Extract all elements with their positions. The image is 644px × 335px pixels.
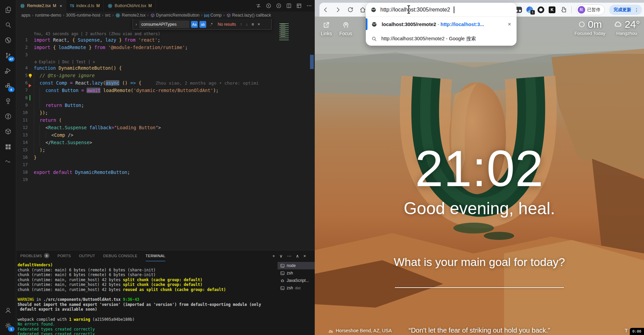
suggestion-list: localhost:3005/remote2 - http://localhos…	[366, 17, 517, 46]
codelens-text[interactable]: Explain | Doc | Test | ×	[34, 60, 95, 64]
find-in-selection-icon[interactable]: ≡	[251, 22, 255, 27]
previous-match-icon[interactable]: ↑	[239, 22, 243, 27]
focus-button[interactable]: Focus	[339, 21, 352, 36]
activity-item-explorer[interactable]	[0, 2, 16, 17]
tab-ButtonOldAnt.tsx[interactable]: ButtonOldAnt.tsxM	[104, 0, 156, 12]
chevron-down-icon[interactable]: ∨	[279, 253, 283, 259]
ring-extension-icon[interactable]	[538, 6, 544, 13]
extensions-puzzle-icon[interactable]	[560, 6, 567, 13]
close-find-icon[interactable]: ×	[257, 22, 261, 27]
remove-suggestion-icon[interactable]: ×	[508, 21, 511, 28]
cloud-icon	[614, 20, 622, 29]
back-icon[interactable]	[322, 6, 329, 13]
chevron-up-icon[interactable]: ∧	[296, 253, 299, 259]
more-icon[interactable]: ⋯	[287, 253, 291, 259]
weather-widget[interactable]: 24° Hangzhou	[614, 19, 640, 36]
suggestion-row-1[interactable]: localhost:3005/remote2 - http://localhos…	[366, 17, 517, 31]
activity-item-source-control[interactable]: 47	[0, 48, 16, 63]
line-number: 12	[16, 124, 28, 131]
suggestion-row-2[interactable]: http://localhost:3005/remote2 - Google 搜…	[366, 31, 517, 46]
git-added-marker	[29, 95, 30, 100]
whole-word-button[interactable]: ab	[199, 21, 206, 28]
terminal-process-zsh[interactable]: zsh	[278, 269, 315, 277]
line-number: 11	[16, 116, 28, 124]
add-icon[interactable]: +	[272, 253, 275, 259]
home-icon[interactable]	[359, 6, 366, 13]
customize-layout-icon[interactable]	[296, 3, 302, 9]
next-match-icon[interactable]: ↓	[245, 22, 249, 27]
panel-tab-DEBUG CONSOLE[interactable]: DEBUG CONSOLE	[103, 250, 137, 261]
breadcrumb-item[interactable]: [@]Comp	[204, 13, 221, 18]
activity-item-remote-explorer[interactable]	[0, 124, 16, 139]
todo-label[interactable]: T	[625, 328, 628, 333]
breadcrumb-item[interactable]: apps	[21, 13, 30, 18]
activity-item-grid[interactable]	[0, 139, 16, 154]
code-editor[interactable]: You, 43 seconds ago | 2 authors (Zhou xi…	[16, 19, 315, 250]
terminal-process-node[interactable]: node	[278, 262, 315, 269]
breadcrumb-item[interactable]: src	[105, 13, 111, 18]
find-input[interactable]: consumeAPITypes	[139, 21, 189, 28]
terminal-output[interactable]: defaultVendors)chunk (runtime: main) 6 b…	[18, 263, 277, 335]
photo-location[interactable]: Horseshoe Bend, AZ, USA	[328, 328, 392, 333]
terminal-process-JavaScript...[interactable]: JavaScript...	[278, 277, 315, 284]
profile-chip-label: 已暂停	[587, 7, 600, 13]
match-case-button[interactable]: Aa	[191, 21, 198, 28]
codelens-text[interactable]: You, 43 seconds ago | 2 authors (Zhou xi…	[34, 31, 160, 36]
globe-icon	[371, 7, 377, 13]
panel-tab-TERMINAL[interactable]: TERMINAL	[146, 250, 166, 261]
update-chip[interactable]: 完成更新 ⋮	[609, 5, 642, 15]
close-tab-icon[interactable]: ×	[59, 3, 62, 8]
modified-badge: M	[96, 3, 100, 8]
activity-item-search[interactable]	[0, 17, 16, 32]
activity-item-account[interactable]	[0, 303, 16, 318]
reload-icon[interactable]	[347, 6, 354, 13]
close-icon[interactable]: ×	[303, 253, 306, 259]
symbol-class-icon	[150, 13, 155, 18]
new-tab-page: Links Focus 0m Focused Today 24° Hangzho…	[315, 17, 644, 335]
extension-badge-icon[interactable]: 1	[526, 6, 533, 13]
open-changes-icon[interactable]	[256, 3, 261, 9]
activity-item-extensions[interactable]: 4	[0, 78, 16, 93]
activity-item-run-debug[interactable]	[0, 63, 16, 78]
address-bar[interactable]: http://localhost:3005/remote2	[366, 3, 517, 17]
terminal-process-list: nodezshJavaScript...zshdist	[278, 262, 315, 335]
browser-menu-icon[interactable]: ⋮	[634, 7, 639, 13]
url-text[interactable]: http://localhost:3005/remote2	[380, 7, 450, 13]
tab-Remote2.tsx[interactable]: Remote2.tsxM×	[16, 0, 66, 12]
browser-window: http://localhost:3005/remote2 localhost:…	[315, 0, 644, 335]
breadcrumb-item[interactable]: DynamicRemoteButton	[150, 13, 200, 18]
focus-ring-icon	[578, 21, 586, 28]
activity-item-gitlens[interactable]	[0, 32, 16, 48]
focus-time-widget[interactable]: 0m Focused Today	[574, 19, 605, 36]
regex-button[interactable]: .*	[208, 21, 215, 28]
more-actions-icon[interactable]	[306, 3, 312, 9]
activity-item-settings[interactable]: 1	[0, 318, 16, 333]
activity-item-waves[interactable]	[0, 154, 16, 170]
activity-item-testing[interactable]	[0, 93, 16, 109]
k-extension-icon[interactable]: K	[549, 6, 555, 13]
breadcrumb-item[interactable]: Remote2.tsx	[115, 13, 145, 18]
panel-tab-OUTPUT[interactable]: OUTPUT	[79, 250, 95, 261]
panel-tab-PROBLEMS[interactable]: PROBLEMS8	[20, 250, 49, 261]
tab-index.d.ts[interactable]: TSindex.d.tsM	[66, 0, 104, 12]
profile-chip[interactable]: 航 已暂停	[576, 4, 605, 15]
terminal-process-zsh[interactable]: zshdist	[278, 284, 315, 292]
debug-icon	[280, 278, 285, 283]
go-back-icon[interactable]	[266, 3, 271, 9]
breadcrumb-item[interactable]: React.lazy() callback	[226, 13, 271, 18]
panel-tab-PORTS[interactable]: PORTS	[57, 250, 71, 261]
breadcrumb-item[interactable]: 3005-runtime-host	[66, 13, 100, 18]
chevron-right-icon: ›	[147, 13, 149, 18]
lightbulb-icon[interactable]	[29, 74, 32, 77]
breadcrumb-item[interactable]: runtime-demo	[35, 13, 61, 18]
extension-badge-count: 1	[530, 10, 535, 15]
goal-input[interactable]	[395, 287, 564, 288]
forward-icon[interactable]	[335, 6, 341, 13]
split-editor-icon[interactable]	[286, 3, 292, 9]
terminal-line: WARNING in ./src/components/ButtonOldAnt…	[18, 297, 277, 302]
go-forward-icon[interactable]	[276, 3, 282, 9]
minimap[interactable]	[279, 23, 289, 42]
links-button[interactable]: Links	[321, 21, 332, 36]
activity-item-gitlens-inspect[interactable]	[0, 109, 16, 124]
toggle-replace-icon[interactable]: ›	[135, 22, 138, 27]
